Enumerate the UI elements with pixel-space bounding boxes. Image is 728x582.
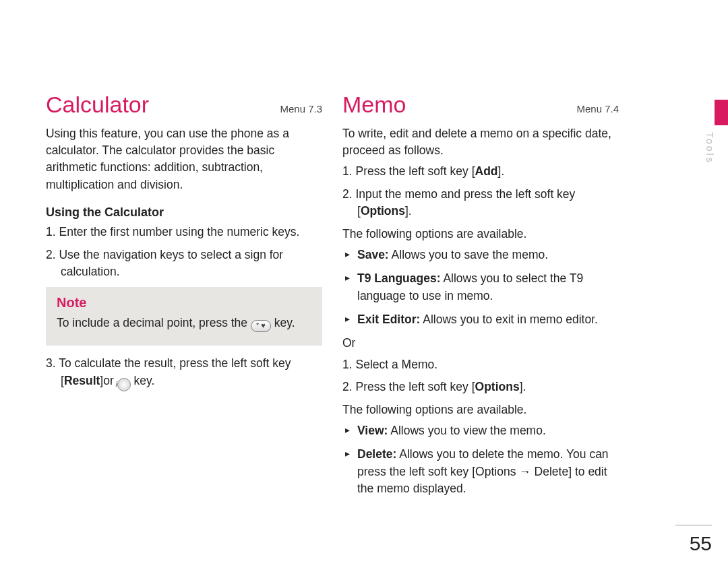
two-column-layout: Calculator Menu 7.3 Using this feature, …: [46, 91, 667, 504]
memo-steps-a: 1. Press the left soft key [Add]. 2. Inp…: [342, 163, 619, 220]
memo-intro: To write, edit and delete a memo on a sp…: [342, 125, 619, 160]
note-box: Note To include a decimal point, press t…: [46, 287, 322, 346]
memo-title: Memo: [342, 93, 406, 117]
memo-options-list-a: Save: Allows you to save the memo. T9 La…: [342, 247, 619, 329]
calculator-steps-1-2: 1. Enter the first number using the nume…: [46, 224, 322, 280]
calculator-step-3: 3. To calculate the result, press the le…: [46, 355, 322, 391]
right-column: Memo Menu 7.4 To write, edit and delete …: [342, 91, 619, 504]
memo-step-a2: 2. Input the memo and press the left sof…: [342, 186, 619, 220]
memo-step-b2: 2. Press the left soft key [Options].: [342, 379, 619, 395]
or-separator: Or: [342, 335, 619, 352]
memo-steps-b: 1. Select a Memo. 2. Press the left soft…: [342, 356, 619, 396]
memo-step-b1: 1. Select a Memo.: [342, 356, 619, 373]
calc-step-2: 2. Use the navigation keys to select a s…: [46, 247, 322, 281]
left-column: Calculator Menu 7.3 Using this feature, …: [46, 91, 322, 504]
calculator-heading-row: Calculator Menu 7.3: [46, 91, 322, 121]
star-key-icon: * ♥: [251, 320, 271, 332]
memo-options-intro-a: The following options are available.: [342, 226, 619, 243]
option-exit-editor: Exit Editor: Allows you to exit in memo …: [342, 311, 619, 328]
calc-step-1: 1. Enter the first number using the nume…: [46, 224, 322, 240]
page-number: 55: [690, 532, 712, 555]
calc-step-3: 3. To calculate the result, press the le…: [46, 355, 322, 391]
option-view: View: Allows you to view the memo.: [342, 422, 619, 439]
option-delete: Delete: Allows you to delete the memo. Y…: [342, 446, 619, 497]
note-title: Note: [57, 295, 311, 311]
calculator-intro: Using this feature, you can use the phon…: [46, 125, 322, 194]
side-color-tab: [715, 100, 728, 125]
manual-page: Tools 55 Calculator Menu 7.3 Using this …: [0, 0, 728, 582]
memo-options-intro-b: The following options are available.: [342, 401, 619, 418]
option-t9: T9 Languages: Allows you to select the T…: [342, 270, 619, 304]
chapter-side-label: Tools: [704, 132, 715, 164]
using-calculator-subhead: Using the Calculator: [46, 205, 322, 220]
memo-heading-row: Memo Menu 7.4: [342, 91, 619, 121]
memo-menu-ref: Menu 7.4: [576, 103, 619, 115]
calculator-menu-ref: Menu 7.3: [280, 103, 322, 115]
note-body: To include a decimal point, press the * …: [57, 315, 311, 332]
page-number-rule: [675, 525, 712, 525]
memo-step-a1: 1. Press the left soft key [Add].: [342, 163, 619, 180]
info-key-icon: i: [117, 378, 131, 391]
memo-options-list-b: View: Allows you to view the memo. Delet…: [342, 422, 619, 498]
calculator-title: Calculator: [46, 93, 149, 117]
option-save: Save: Allows you to save the memo.: [342, 247, 619, 263]
